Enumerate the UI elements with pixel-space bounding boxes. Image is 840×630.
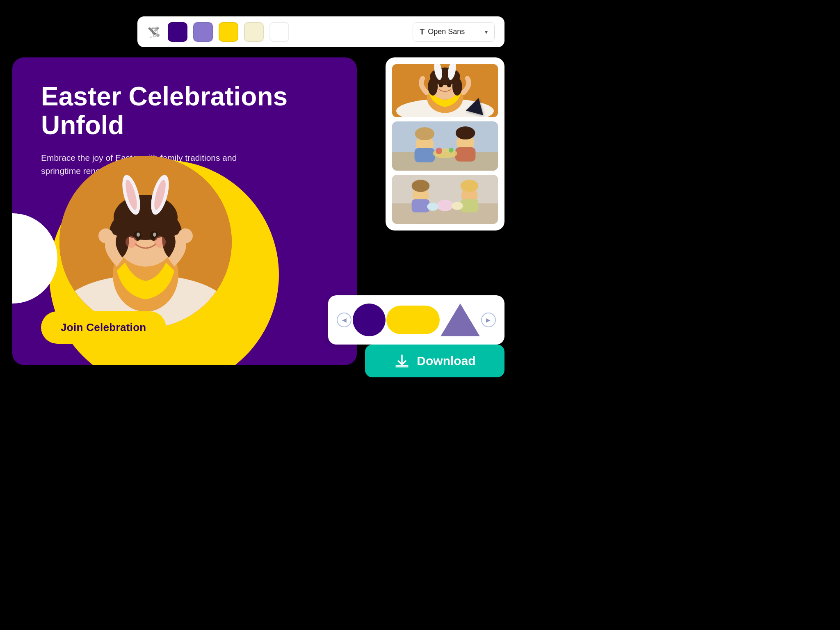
svg-point-54 bbox=[452, 202, 463, 210]
girl-circle-image bbox=[59, 156, 232, 328]
toolbar: T Open Sans ▾ bbox=[137, 16, 504, 47]
svg-point-52 bbox=[437, 200, 453, 211]
color-swatch-purple-light[interactable] bbox=[193, 22, 213, 42]
color-swatch-white[interactable] bbox=[269, 22, 289, 42]
svg-point-42 bbox=[436, 148, 442, 154]
svg-rect-37 bbox=[415, 148, 435, 162]
girl-image-background bbox=[59, 156, 232, 328]
color-swatch-cream[interactable] bbox=[244, 22, 264, 42]
svg-rect-48 bbox=[412, 199, 430, 212]
shape-pill[interactable] bbox=[386, 306, 440, 334]
prev-icon: ◀ bbox=[342, 317, 347, 323]
color-swatch-yellow[interactable] bbox=[219, 22, 238, 42]
svg-point-17 bbox=[153, 233, 156, 237]
svg-rect-40 bbox=[455, 147, 476, 162]
svg-point-47 bbox=[412, 180, 430, 192]
svg-point-39 bbox=[456, 126, 475, 139]
svg-rect-51 bbox=[461, 199, 479, 212]
svg-point-19 bbox=[154, 236, 166, 248]
svg-point-32 bbox=[447, 83, 451, 87]
svg-point-18 bbox=[126, 236, 137, 248]
card-title: Easter Celebrations Unfold bbox=[41, 82, 312, 140]
shapes-next-button[interactable]: ▶ bbox=[481, 313, 496, 327]
download-label: Download bbox=[417, 354, 475, 368]
children-crafting-bot-image bbox=[392, 175, 498, 224]
children-crafting-mid-image bbox=[392, 121, 498, 171]
svg-point-28 bbox=[452, 78, 462, 96]
shapes-panel: ◀ ▶ bbox=[328, 295, 504, 345]
font-selector[interactable]: T Open Sans ▾ bbox=[413, 22, 495, 42]
svg-point-31 bbox=[439, 83, 443, 87]
svg-point-27 bbox=[428, 78, 438, 96]
download-icon bbox=[394, 353, 410, 369]
svg-point-21 bbox=[178, 228, 193, 243]
main-card: Easter Celebrations Unfold Embrace the j… bbox=[12, 57, 357, 365]
girl-illustration bbox=[59, 156, 232, 328]
svg-point-36 bbox=[415, 127, 435, 140]
svg-point-1 bbox=[156, 34, 160, 37]
image-grid-panel bbox=[386, 57, 504, 231]
shape-triangle[interactable] bbox=[441, 304, 480, 336]
svg-point-43 bbox=[449, 148, 454, 153]
grid-image-bot bbox=[392, 175, 498, 224]
font-name-label: Open Sans bbox=[428, 27, 465, 36]
join-celebration-button[interactable]: Join Celebration bbox=[41, 311, 166, 344]
paint-bucket-icon[interactable] bbox=[147, 25, 162, 39]
grid-image-top bbox=[392, 64, 498, 117]
shape-circle[interactable] bbox=[353, 304, 386, 336]
svg-rect-55 bbox=[395, 366, 409, 368]
shapes-prev-button[interactable]: ◀ bbox=[337, 313, 352, 327]
download-button[interactable]: Download bbox=[365, 345, 504, 377]
svg-point-20 bbox=[98, 228, 113, 243]
svg-point-16 bbox=[137, 233, 140, 237]
next-icon: ▶ bbox=[486, 317, 491, 323]
chevron-down-icon: ▾ bbox=[485, 29, 488, 35]
svg-point-53 bbox=[427, 203, 438, 211]
font-t-icon: T bbox=[420, 27, 425, 37]
grid-image-mid bbox=[392, 121, 498, 171]
svg-point-50 bbox=[461, 180, 479, 192]
color-swatch-purple-dark[interactable] bbox=[168, 22, 187, 42]
